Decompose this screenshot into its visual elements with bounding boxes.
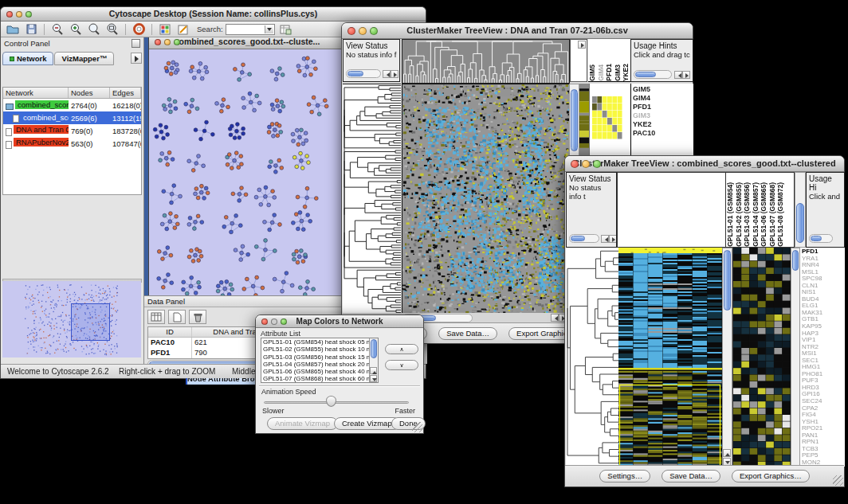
scrollbar-thumb[interactable] — [796, 203, 804, 243]
delete-attribute-button[interactable] — [189, 310, 206, 324]
attribute-item[interactable]: GPL51-06 (GSM865) heat shock 40 min — [262, 368, 368, 375]
cytoscape-titlebar[interactable]: Cytoscape Desktop (Session Name: collins… — [1, 7, 426, 21]
resize-grip[interactable] — [412, 422, 422, 432]
attribute-item[interactable]: GPL51-01 (GSM854) heat shock 05 min — [262, 338, 368, 346]
scrollbar-thumb[interactable] — [347, 71, 363, 76]
treeview-action-button[interactable]: Save Data… — [438, 327, 497, 340]
column-header[interactable]: ID — [148, 327, 192, 337]
open-button[interactable] — [5, 22, 21, 36]
scroll-up-arrow[interactable] — [370, 367, 377, 374]
column-label[interactable]: PFD1 — [605, 64, 614, 81]
heatmap-canvas[interactable] — [618, 248, 722, 467]
scroll-left-arrow[interactable] — [674, 71, 682, 79]
scrollbar-thumb[interactable] — [724, 250, 731, 311]
close-button[interactable] — [261, 318, 268, 325]
select-attributes-button[interactable] — [147, 310, 165, 324]
column-label[interactable]: GPL51-01 (GSM854) — [726, 182, 735, 247]
vertical-scrollbar[interactable] — [369, 338, 378, 382]
horizontal-scrollbar[interactable] — [634, 70, 672, 79]
vizmapper-button[interactable] — [157, 22, 173, 36]
zoom-button[interactable] — [174, 39, 180, 45]
attribute-item[interactable]: GPL51-07 (GSM868) heat shock 60 min — [262, 375, 368, 382]
gene-label[interactable]: GIM5 — [631, 85, 693, 94]
column-label[interactable]: GIM3 — [614, 64, 622, 81]
gene-label[interactable]: PFD1 — [631, 103, 693, 111]
import-table-button[interactable] — [277, 22, 293, 36]
scroll-right-arrow[interactable] — [609, 235, 617, 243]
table-row-selected[interactable]: combined_sco 2569(6) 13112(15) — [3, 111, 141, 124]
column-label[interactable]: GPL51-03 (GSM856) — [743, 182, 752, 247]
scroll-right-arrow[interactable] — [578, 41, 586, 49]
gene-label[interactable]: GIM3 — [631, 111, 693, 120]
float-panel-icon[interactable] — [132, 39, 140, 48]
correlation-matrix-canvas[interactable] — [592, 96, 622, 139]
scroll-left-arrow[interactable] — [601, 235, 609, 243]
table-row[interactable]: combined_scores 2764(0) 16218(0) — [3, 99, 141, 111]
scrollbar-thumb[interactable] — [811, 236, 822, 241]
close-button[interactable] — [155, 39, 161, 45]
column-dendrogram-canvas[interactable] — [402, 39, 570, 84]
horizontal-scrollbar[interactable] — [809, 234, 833, 243]
table-row[interactable]: RNAPuberNov2+| 563(0) 107847(0) — [3, 137, 141, 150]
attribute-item[interactable]: GPL51-02 (GSM855) heat shock 10 min — [262, 346, 368, 353]
dialog-titlebar[interactable]: Map Colors to Network — [256, 315, 423, 328]
scroll-left-arrow[interactable] — [551, 314, 559, 322]
scroll-left-arrow[interactable] — [383, 70, 391, 78]
close-button[interactable] — [6, 11, 13, 18]
column-label[interactable]: YKE2 — [622, 64, 630, 81]
treeview-action-button[interactable]: Settings… — [599, 470, 650, 483]
column-label[interactable]: GIM4 — [597, 64, 606, 81]
column-label[interactable]: GIM5 — [588, 64, 597, 81]
column-header[interactable]: Edges — [110, 88, 141, 98]
new-attribute-button[interactable] — [168, 310, 186, 324]
tab-vizmapper[interactable]: VizMapper™ — [54, 52, 114, 65]
scrollbar-thumb[interactable] — [571, 236, 585, 241]
column-label[interactable]: GPL51-04 (GSM857) — [752, 182, 760, 247]
vertical-scrollbar[interactable] — [795, 172, 806, 248]
animate-vizmap-button[interactable]: Animate Vizmap — [267, 417, 338, 430]
scrollbar-thumb[interactable] — [792, 250, 799, 271]
frame1-titlebar[interactable]: combined_scores_good.txt--cluste... — [149, 37, 345, 49]
minimize-button[interactable] — [359, 27, 367, 35]
save-button[interactable] — [23, 22, 39, 36]
gene-dendrogram-canvas[interactable] — [343, 84, 401, 314]
attribute-listbox[interactable]: GPL51-01 (GSM854) heat shock 05 minGPL51… — [261, 338, 379, 383]
gene-label[interactable]: YKE2 — [631, 120, 693, 129]
tab-network[interactable]: Network — [2, 52, 53, 65]
treeview2-titlebar[interactable]: ClusterMaker TreeView : combined_scores_… — [565, 156, 844, 172]
minimize-button[interactable] — [271, 318, 277, 325]
horizontal-scrollbar[interactable] — [346, 69, 381, 78]
zoom-button[interactable] — [370, 27, 378, 35]
attribute-item[interactable]: GPL51-04 (GSM857) heat shock 20 min — [262, 361, 368, 368]
treeview-action-button[interactable]: Export Graphics… — [732, 470, 810, 483]
tab-overflow-arrow-icon[interactable] — [131, 53, 142, 64]
selection-zoom-canvas[interactable] — [732, 248, 791, 467]
vertical-scrollbar[interactable] — [722, 248, 732, 467]
close-button[interactable] — [347, 27, 355, 35]
scroll-down-arrow[interactable] — [370, 375, 377, 382]
speed-slider-thumb[interactable] — [326, 396, 336, 407]
zoom-button[interactable] — [281, 318, 287, 325]
annotation-button[interactable] — [175, 22, 191, 36]
resize-grip[interactable] — [833, 475, 843, 486]
scrollbar-thumb[interactable] — [571, 89, 578, 151]
scrollbar-thumb[interactable] — [635, 72, 656, 77]
column-label[interactable]: GPL51-07 (GSM868) — [768, 182, 777, 247]
scrollbar-thumb[interactable] — [371, 339, 377, 358]
minimize-button[interactable] — [164, 39, 171, 45]
zoom-in-button[interactable] — [68, 22, 84, 36]
zoom-button[interactable] — [26, 11, 32, 18]
column-label[interactable]: GPL51-06 (GSM865) — [760, 182, 768, 247]
move-up-button[interactable]: ∧ — [385, 344, 418, 354]
network-frame-1[interactable]: combined_scores_good.txt--cluste... — [148, 37, 346, 295]
minimize-button[interactable] — [16, 11, 22, 18]
horizontal-scrollbar[interactable] — [569, 234, 599, 243]
search-input[interactable] — [226, 24, 275, 35]
treeview-action-button[interactable]: Save Data… — [662, 470, 720, 483]
table-row[interactable]: DNA and Tran 07 769(0) 183728(0) — [3, 124, 141, 137]
help-button[interactable] — [131, 22, 147, 36]
gene-label[interactable]: GIM4 — [631, 94, 693, 103]
zoom-button[interactable] — [593, 160, 601, 168]
birdseye-view[interactable] — [2, 281, 141, 357]
scroll-up-arrow[interactable] — [723, 449, 731, 457]
